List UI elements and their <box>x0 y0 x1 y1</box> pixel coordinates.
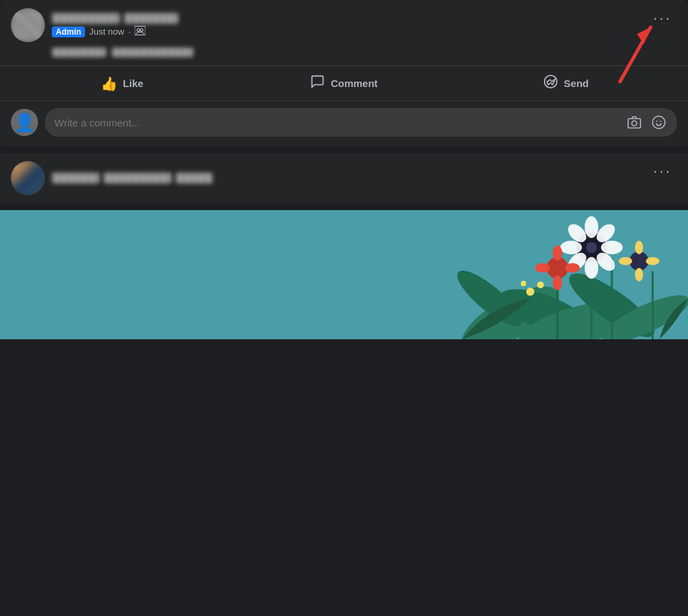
svg-point-45 <box>537 281 544 288</box>
comment-label: Comment <box>330 78 377 89</box>
svg-point-23 <box>585 257 598 279</box>
svg-point-25 <box>601 241 623 254</box>
post-header-left: Admin Just now · <box>11 8 178 42</box>
post2-meta <box>52 173 213 184</box>
svg-point-8 <box>653 116 665 129</box>
svg-point-5 <box>545 75 557 88</box>
post-meta: Admin Just now · <box>52 13 178 37</box>
like-icon: 👍 <box>101 75 118 92</box>
post-card-1: Admin Just now · ··· <box>0 0 688 146</box>
svg-point-33 <box>635 241 643 254</box>
post-name <box>52 13 178 24</box>
camera-button[interactable] <box>625 114 643 131</box>
admin-badge: Admin <box>52 27 85 37</box>
svg-point-44 <box>526 288 534 296</box>
svg-rect-6 <box>628 119 640 129</box>
decorative-section <box>0 210 688 339</box>
svg-point-39 <box>553 245 562 260</box>
svg-point-24 <box>560 241 582 254</box>
comment-icon <box>310 74 325 92</box>
comment-button[interactable]: Comment <box>233 69 455 98</box>
svg-point-34 <box>635 268 643 281</box>
post2-header-left <box>11 161 213 195</box>
name2-blur-1 <box>52 173 99 184</box>
like-label: Like <box>123 78 143 89</box>
svg-point-43 <box>551 262 564 274</box>
svg-point-46 <box>521 281 526 286</box>
post-card-2: ··· <box>0 153 688 203</box>
name2-blur-3 <box>175 173 213 184</box>
person-icon: 👤 <box>14 114 35 131</box>
svg-point-7 <box>632 121 636 126</box>
post2-more-options-button[interactable]: ··· <box>648 161 677 182</box>
post2-avatar <box>11 161 45 195</box>
svg-point-36 <box>646 257 659 265</box>
post-header-2: ··· <box>11 161 677 195</box>
svg-point-22 <box>585 216 598 238</box>
svg-point-3 <box>137 29 140 31</box>
decorative-svg <box>0 210 688 339</box>
emoji-button[interactable] <box>650 114 668 131</box>
post-sub: Admin Just now · <box>52 26 178 37</box>
svg-point-31 <box>586 242 597 253</box>
avatar <box>11 8 45 42</box>
post-time: Just now <box>89 27 124 37</box>
content-blur-2 <box>111 48 193 57</box>
more-options-button[interactable]: ··· <box>648 8 677 29</box>
comment-input[interactable] <box>54 117 619 129</box>
send-button[interactable]: Send <box>455 69 677 98</box>
comment-input-icons <box>625 114 668 131</box>
svg-point-42 <box>565 263 580 273</box>
privacy-icon <box>135 26 145 37</box>
svg-point-10 <box>660 120 661 122</box>
send-label: Send <box>564 78 589 89</box>
send-icon <box>543 74 558 92</box>
name-blur-1 <box>52 13 120 24</box>
name2-blur-2 <box>103 173 171 184</box>
content-blur-1 <box>52 48 106 57</box>
commenter-avatar: 👤 <box>11 109 38 136</box>
action-bar: 👍 Like Comment Send <box>11 66 677 101</box>
svg-point-35 <box>619 257 632 265</box>
name-blur-2 <box>124 13 178 24</box>
svg-point-41 <box>535 263 550 273</box>
svg-point-37 <box>634 256 644 267</box>
comment-section: 👤 <box>11 101 677 146</box>
post2-name <box>52 173 213 184</box>
comment-input-wrapper[interactable] <box>45 108 677 137</box>
svg-point-4 <box>141 29 143 31</box>
post-header: Admin Just now · ··· <box>11 8 677 42</box>
svg-point-9 <box>656 120 657 122</box>
like-button[interactable]: 👍 Like <box>11 70 233 97</box>
svg-point-40 <box>553 275 562 290</box>
post-content <box>52 48 677 57</box>
dot-separator: · <box>128 27 131 37</box>
